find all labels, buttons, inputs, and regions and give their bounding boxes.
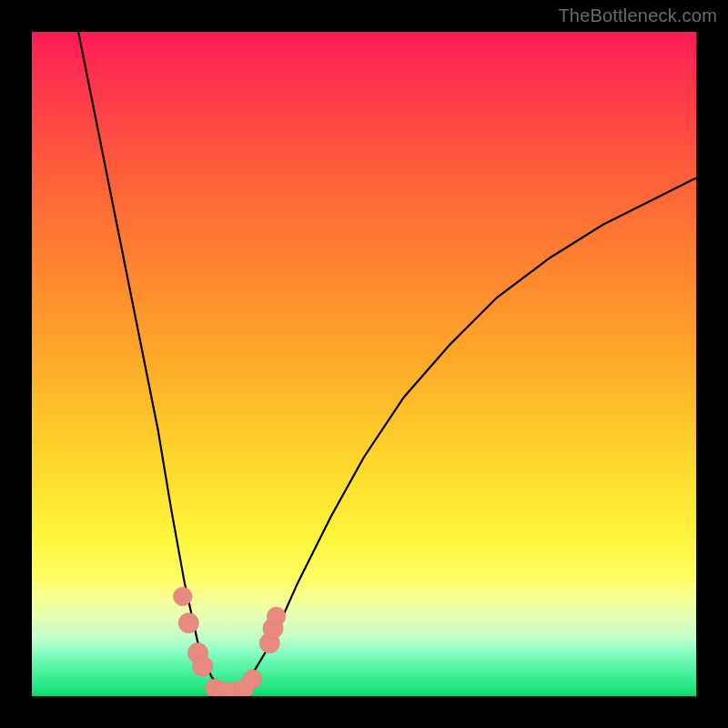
plot-area xyxy=(32,32,696,696)
marker-point xyxy=(243,670,262,689)
marker-point xyxy=(267,607,286,626)
chart-frame: TheBottleneck.com xyxy=(0,0,728,728)
watermark: TheBottleneck.com xyxy=(558,5,717,26)
curve-layer xyxy=(32,32,696,696)
marker-point xyxy=(173,587,192,606)
marker-point xyxy=(178,613,198,633)
bottleneck-curve xyxy=(78,32,696,693)
marker-point xyxy=(193,656,213,676)
